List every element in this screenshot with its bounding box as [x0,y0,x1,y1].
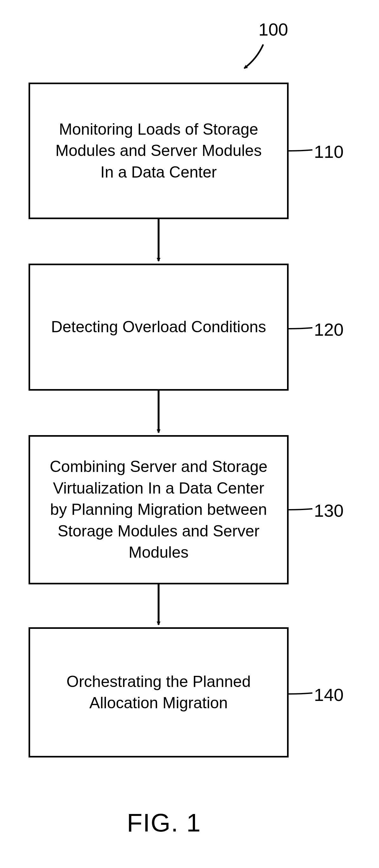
leader-line-120 [288,328,312,329]
reference-label-140: 140 [314,684,343,705]
flow-box-120: Detecting Overload Conditions [29,264,288,391]
flow-box-140: Orchestrating the Planned Allocation Mig… [29,627,288,757]
flow-box-120-text: Detecting Overload Conditions [51,316,266,338]
reference-label-main: 100 [259,19,288,40]
leader-line-110 [288,150,312,151]
figure-caption: FIG. 1 [127,808,201,838]
flow-box-130-text: Combining Server and Storage Virtualizat… [49,456,268,563]
flow-box-110: Monitoring Loads of Storage Modules and … [29,83,288,219]
reference-label-130: 130 [314,500,343,521]
figure-page: 100 Monitoring Loads of Storage Modules … [0,0,379,868]
leader-arrow-100 [244,44,263,68]
reference-label-120: 120 [314,319,343,340]
leader-line-130 [288,509,312,510]
reference-label-110: 110 [314,141,343,162]
flow-box-140-text: Orchestrating the Planned Allocation Mig… [49,671,268,714]
leader-line-140 [288,693,312,694]
flow-box-110-text: Monitoring Loads of Storage Modules and … [49,119,268,183]
flow-box-130: Combining Server and Storage Virtualizat… [29,435,288,584]
